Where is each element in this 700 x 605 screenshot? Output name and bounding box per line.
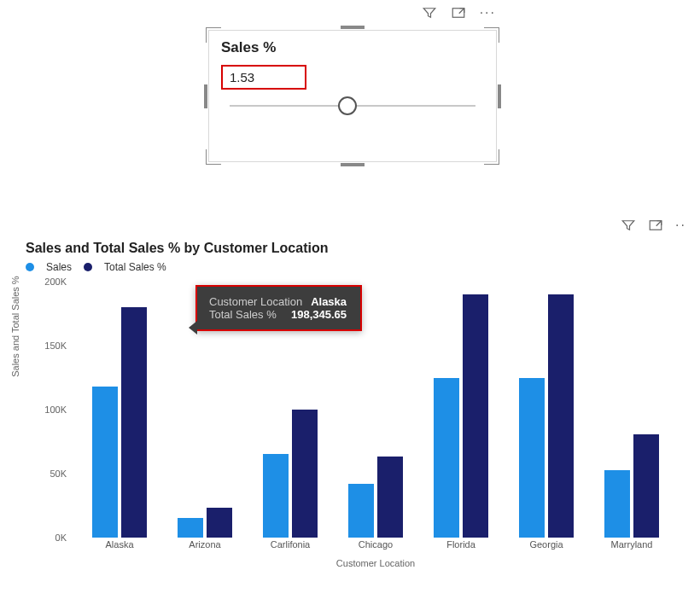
y-tick: 50K (50, 468, 67, 479)
legend-swatch-sales (26, 263, 34, 271)
tooltip-value-location: Alaska (311, 295, 347, 308)
bar-group[interactable] (599, 434, 664, 538)
chart-toolbar: ·· (621, 218, 686, 233)
y-axis-label: Sales and Total Sales % (10, 276, 20, 376)
tooltip-label-total: Total Sales % (209, 308, 277, 321)
x-tick-label: Chicago (343, 539, 408, 550)
bar-total-sales[interactable] (548, 294, 574, 538)
legend: Sales Total Sales % (26, 261, 691, 282)
x-tick-label: Arizona (172, 539, 237, 550)
y-tick: 150K (44, 340, 67, 351)
bar-group[interactable] (172, 508, 237, 538)
x-tick-label: Georgia (514, 539, 579, 550)
y-tick: 100K (44, 404, 67, 415)
tooltip-value-total: 198,345.65 (291, 308, 347, 321)
bar-sales[interactable] (519, 378, 545, 538)
bar-group[interactable] (258, 410, 323, 538)
legend-label-total: Total Sales % (104, 261, 166, 273)
bar-sales[interactable] (348, 484, 374, 538)
bar-total-sales[interactable] (121, 307, 147, 538)
legend-label-sales: Sales (46, 261, 72, 273)
tooltip: Customer Location Alaska Total Sales % 1… (195, 285, 362, 331)
slicer-toolbar: ··· (422, 5, 496, 20)
x-tick-label: Florida (429, 539, 493, 550)
more-options-icon[interactable]: ·· (675, 218, 686, 233)
bar-total-sales[interactable] (633, 434, 659, 538)
bar-sales[interactable] (178, 518, 203, 538)
x-axis-label: Customer Location (77, 558, 674, 568)
more-options-icon[interactable]: ··· (480, 5, 496, 20)
x-tick-label: Carlifonia (258, 539, 323, 550)
legend-swatch-total (84, 263, 92, 271)
bar-total-sales[interactable] (463, 294, 488, 538)
bar-sales[interactable] (604, 470, 630, 538)
tooltip-label-location: Customer Location (209, 295, 302, 308)
x-axis-ticks: AlaskaArizonaCarlifoniaChicagoFloridaGeo… (77, 539, 674, 556)
focus-mode-icon[interactable] (451, 5, 466, 20)
x-tick-label: Marryland (599, 539, 664, 550)
bar-group[interactable] (514, 294, 579, 538)
bar-group[interactable] (87, 307, 152, 538)
x-tick-label: Alaska (87, 539, 152, 550)
y-tick: 200K (44, 276, 67, 287)
y-axis-ticks: 0K50K100K150K200K (36, 282, 72, 538)
bar-total-sales[interactable] (207, 508, 232, 538)
bar-sales[interactable] (92, 387, 118, 538)
slider-thumb[interactable] (338, 96, 357, 115)
bar-total-sales[interactable] (377, 457, 403, 538)
y-tick: 0K (55, 532, 67, 543)
filter-icon[interactable] (621, 218, 636, 233)
chart-title: Sales and Total Sales % by Customer Loca… (26, 241, 691, 261)
slicer-value-input[interactable]: 1.53 (221, 65, 306, 90)
focus-mode-icon[interactable] (648, 218, 663, 233)
filter-icon[interactable] (422, 5, 437, 20)
bar-total-sales[interactable] (292, 410, 318, 538)
bar-sales[interactable] (434, 378, 459, 538)
bar-group[interactable] (429, 294, 493, 538)
slicer-title: Sales % (209, 31, 496, 60)
bar-sales[interactable] (263, 454, 289, 538)
slicer-visual[interactable]: ··· Sales % 1.53 (208, 30, 497, 162)
slider-track[interactable] (230, 105, 475, 107)
bars-container (77, 282, 674, 538)
bar-group[interactable] (343, 457, 408, 538)
